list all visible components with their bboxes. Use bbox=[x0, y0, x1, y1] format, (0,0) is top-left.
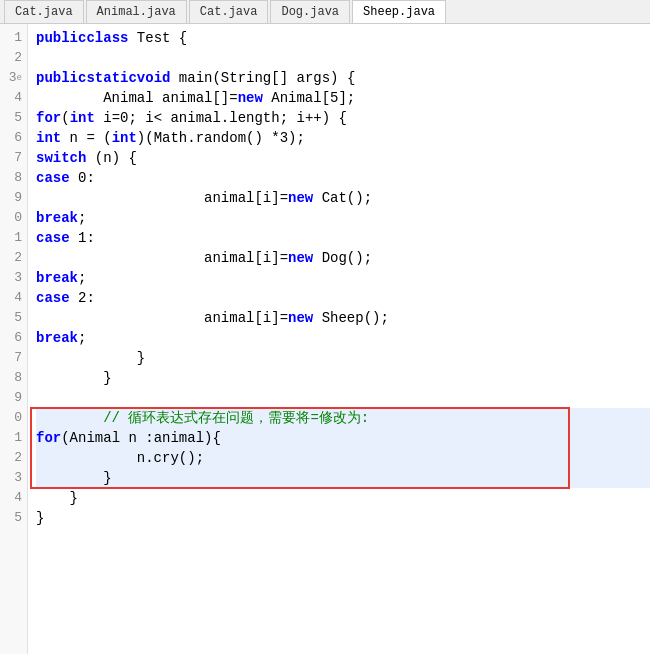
tab-bar: Cat.java Animal.java Cat.java Dog.java S… bbox=[0, 0, 650, 24]
code-content[interactable]: public class Test { public static void m… bbox=[28, 24, 650, 654]
code-line: // 循环表达式存在问题，需要将=修改为: bbox=[36, 408, 650, 428]
code-line: } bbox=[36, 488, 650, 508]
code-line: switch (n) { bbox=[36, 148, 650, 168]
code-line: animal[i]=new Dog(); bbox=[36, 248, 650, 268]
code-line: public class Test { bbox=[36, 28, 650, 48]
code-line: animal[i]=new Sheep(); bbox=[36, 308, 650, 328]
code-line: } bbox=[36, 348, 650, 368]
tab-animal[interactable]: Animal.java bbox=[86, 0, 187, 23]
code-area: 1 2 3e 4 5 6 7 8 9 0 1 2 3 4 5 6 7 8 9 0… bbox=[0, 24, 650, 654]
line-numbers: 1 2 3e 4 5 6 7 8 9 0 1 2 3 4 5 6 7 8 9 0… bbox=[0, 24, 28, 654]
code-line: case 0: bbox=[36, 168, 650, 188]
tab-cat[interactable]: Cat.java bbox=[4, 0, 84, 23]
code-line: public static void main(String[] args) { bbox=[36, 68, 650, 88]
code-line: } bbox=[36, 468, 650, 488]
code-line: case 2: bbox=[36, 288, 650, 308]
code-line: break; bbox=[36, 208, 650, 228]
tab-sheep[interactable]: Sheep.java bbox=[352, 0, 446, 23]
code-line: case 1: bbox=[36, 228, 650, 248]
code-line: int n = (int)(Math.random() *3); bbox=[36, 128, 650, 148]
tab-dog[interactable]: Dog.java bbox=[270, 0, 350, 23]
code-line: n.cry(); bbox=[36, 448, 650, 468]
tab-cat2[interactable]: Cat.java bbox=[189, 0, 269, 23]
code-line: break; bbox=[36, 268, 650, 288]
code-line: break; bbox=[36, 328, 650, 348]
code-line: animal[i]=new Cat(); bbox=[36, 188, 650, 208]
code-line: } bbox=[36, 508, 650, 528]
code-line bbox=[36, 388, 650, 408]
code-line: for(int i=0; i< animal.length; i++) { bbox=[36, 108, 650, 128]
code-line: } bbox=[36, 368, 650, 388]
code-line: Animal animal[]=new Animal[5]; bbox=[36, 88, 650, 108]
code-line bbox=[36, 48, 650, 68]
code-line: for(Animal n :animal){ bbox=[36, 428, 650, 448]
